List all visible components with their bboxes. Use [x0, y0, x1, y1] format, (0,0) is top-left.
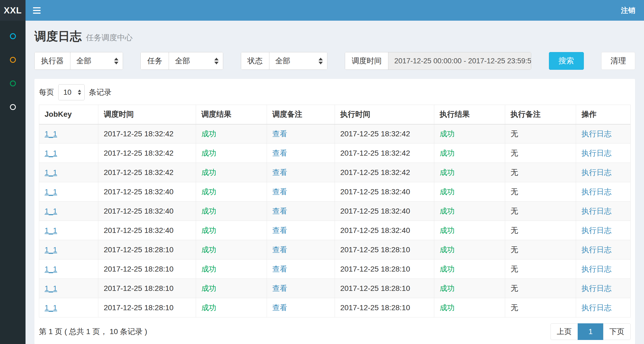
sidebar-item-3[interactable] [0, 72, 26, 95]
app-logo[interactable]: XXL [0, 0, 26, 21]
next-page-button[interactable]: 下页 [603, 323, 631, 340]
jobkey-link[interactable]: 1_1 [45, 303, 57, 312]
status-select[interactable]: 全部 [269, 52, 327, 69]
jobkey-link[interactable]: 1_1 [45, 149, 57, 157]
trigger-msg-link[interactable]: 查看 [272, 168, 287, 177]
jobkey-link[interactable]: 1_1 [45, 168, 57, 177]
sidebar-item-1[interactable] [0, 24, 26, 48]
exec-log-link[interactable]: 执行日志 [581, 226, 612, 235]
exec-log-link[interactable]: 执行日志 [581, 246, 612, 254]
page-title: 调度日志 [34, 29, 82, 43]
trigger-time-cell: 2017-12-25 18:32:40 [98, 221, 196, 240]
select-arrows-icon [214, 58, 219, 64]
job-select[interactable]: 全部 [169, 52, 223, 69]
page-1-button[interactable]: 1 [578, 323, 603, 340]
handle-time-cell: 2017-12-25 18:32:42 [335, 124, 434, 144]
content-header: 调度日志 任务调度中心 [26, 21, 644, 52]
handle-msg-cell: 无 [505, 279, 576, 298]
search-button[interactable]: 搜索 [549, 52, 584, 70]
executor-filter: 执行器 全部 [34, 52, 123, 70]
trigger-result-badge: 成功 [201, 284, 216, 292]
sidebar-item-4[interactable] [0, 95, 26, 119]
exec-log-link[interactable]: 执行日志 [581, 284, 612, 292]
logout-link[interactable]: 注销 [621, 6, 635, 15]
header-trigger-time[interactable]: 调度时间 [98, 105, 196, 124]
trigger-msg-link[interactable]: 查看 [272, 226, 287, 235]
trigger-msg-link[interactable]: 查看 [272, 284, 287, 292]
table-row: 1_1 2017-12-25 18:28:10 成功 查看 2017-12-25… [39, 240, 631, 259]
trigger-time-cell: 2017-12-25 18:32:42 [98, 144, 196, 163]
status-filter-label: 状态 [241, 52, 269, 69]
jobkey-link[interactable]: 1_1 [45, 284, 57, 292]
trigger-msg-link[interactable]: 查看 [272, 130, 287, 138]
trigger-result-badge: 成功 [201, 168, 216, 177]
jobkey-link[interactable]: 1_1 [45, 226, 57, 235]
executor-select-value: 全部 [76, 56, 91, 66]
trigger-msg-link[interactable]: 查看 [272, 188, 287, 196]
handle-result-badge: 成功 [440, 226, 455, 235]
exec-log-link[interactable]: 执行日志 [581, 303, 612, 312]
handle-msg-cell: 无 [505, 202, 576, 221]
trigger-time-cell: 2017-12-25 18:32:42 [98, 124, 196, 144]
trigger-msg-link[interactable]: 查看 [272, 207, 287, 215]
table-row: 1_1 2017-12-25 18:32:40 成功 查看 2017-12-25… [39, 182, 631, 202]
clear-button[interactable]: 清理 [601, 52, 635, 70]
exec-log-link[interactable]: 执行日志 [581, 149, 612, 157]
status-filter: 状态 全部 [241, 52, 327, 70]
header-jobkey[interactable]: JobKey [39, 105, 98, 124]
handle-time-cell: 2017-12-25 18:32:42 [335, 163, 434, 182]
circle-white-icon [10, 104, 16, 110]
handle-result-badge: 成功 [440, 207, 455, 215]
trigger-msg-link[interactable]: 查看 [272, 149, 287, 157]
circle-green-icon [10, 80, 16, 86]
executor-select[interactable]: 全部 [70, 52, 123, 69]
handle-time-cell: 2017-12-25 18:28:10 [335, 279, 434, 298]
exec-log-link[interactable]: 执行日志 [581, 168, 612, 177]
circle-aqua-icon [10, 33, 16, 39]
exec-log-link[interactable]: 执行日志 [581, 265, 612, 273]
header-handle-time[interactable]: 执行时间 [335, 105, 434, 124]
jobkey-link[interactable]: 1_1 [45, 207, 57, 215]
handle-time-cell: 2017-12-25 18:32:42 [335, 144, 434, 163]
job-filter: 任务 全部 [140, 52, 223, 70]
exec-log-link[interactable]: 执行日志 [581, 207, 612, 215]
trigger-msg-link[interactable]: 查看 [272, 246, 287, 254]
handle-result-badge: 成功 [440, 168, 455, 177]
trigger-time-range-input[interactable]: 2017-12-25 00:00:00 - 2017-12-25 23:59:5… [388, 52, 531, 69]
header-handle-msg[interactable]: 执行备注 [505, 105, 576, 124]
handle-msg-cell: 无 [505, 259, 576, 279]
trigger-result-badge: 成功 [201, 130, 216, 138]
status-select-value: 全部 [275, 56, 290, 66]
table-row: 1_1 2017-12-25 18:32:40 成功 查看 2017-12-25… [39, 202, 631, 221]
handle-msg-cell: 无 [505, 163, 576, 182]
header-handle-result[interactable]: 执行结果 [434, 105, 505, 124]
handle-time-cell: 2017-12-25 18:28:10 [335, 298, 434, 317]
trigger-msg-link[interactable]: 查看 [272, 303, 287, 312]
handle-result-badge: 成功 [440, 284, 455, 292]
page-size-select[interactable]: 10 [58, 84, 85, 100]
trigger-msg-link[interactable]: 查看 [272, 265, 287, 273]
jobkey-link[interactable]: 1_1 [45, 246, 57, 254]
trigger-result-badge: 成功 [201, 265, 216, 273]
header-trigger-msg[interactable]: 调度备注 [267, 105, 335, 124]
handle-msg-cell: 无 [505, 240, 576, 259]
header-trigger-result[interactable]: 调度结果 [196, 105, 267, 124]
page-size-select-value: 10 [63, 88, 71, 97]
table-row: 1_1 2017-12-25 18:32:42 成功 查看 2017-12-25… [39, 144, 631, 163]
trigger-time-range-value: 2017-12-25 00:00:00 - 2017-12-25 23:59:5… [394, 57, 531, 65]
select-arrows-icon [319, 58, 323, 64]
menu-toggle-icon[interactable] [33, 7, 41, 14]
top-navbar: XXL 注销 [0, 0, 644, 21]
prev-page-button[interactable]: 上页 [551, 323, 578, 340]
exec-log-link[interactable]: 执行日志 [581, 130, 612, 138]
jobkey-link[interactable]: 1_1 [45, 188, 57, 196]
exec-log-link[interactable]: 执行日志 [581, 188, 612, 196]
table-row: 1_1 2017-12-25 18:28:10 成功 查看 2017-12-25… [39, 298, 631, 317]
table-row: 1_1 2017-12-25 18:28:10 成功 查看 2017-12-25… [39, 259, 631, 279]
sidebar-item-2[interactable] [0, 48, 26, 72]
jobkey-link[interactable]: 1_1 [45, 130, 57, 138]
jobkey-link[interactable]: 1_1 [45, 265, 57, 273]
header-action[interactable]: 操作 [576, 105, 631, 124]
handle-time-cell: 2017-12-25 18:32:40 [335, 202, 434, 221]
trigger-time-cell: 2017-12-25 18:32:42 [98, 163, 196, 182]
